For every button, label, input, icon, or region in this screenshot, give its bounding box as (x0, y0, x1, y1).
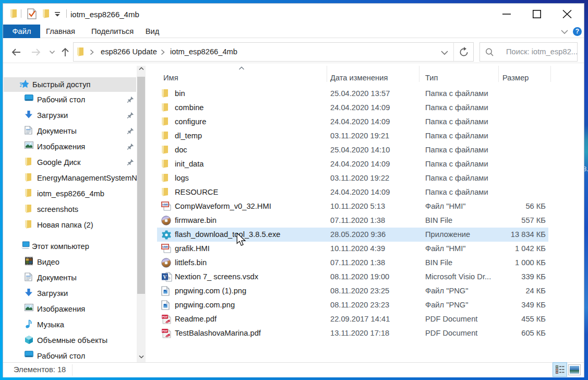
svg-text:PDF: PDF (162, 315, 169, 318)
svg-text:PDF: PDF (162, 329, 169, 332)
svg-text:HMI: HMI (162, 203, 168, 206)
svg-text:V: V (163, 275, 167, 280)
svg-text:HMI: HMI (162, 245, 168, 248)
